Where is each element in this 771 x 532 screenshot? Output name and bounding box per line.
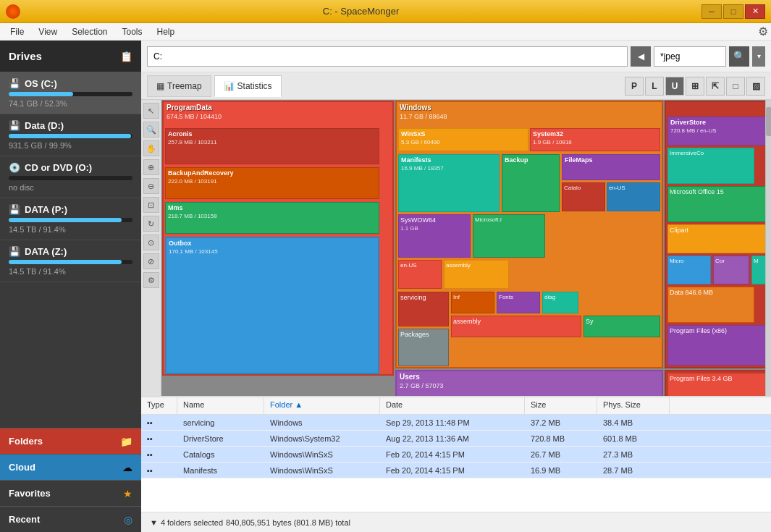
drive-bar-bg-z [9, 260, 132, 264]
scrollbar-vertical[interactable] [765, 100, 771, 396]
tool-u-button[interactable]: U [665, 77, 684, 96]
backup2-block[interactable]: Backup [502, 154, 560, 212]
drive-label-o: 💿 CD or DVD (O:) [9, 162, 132, 173]
minimize-button[interactable]: ─ [702, 4, 722, 19]
col-phys-size[interactable]: Phys. Size [597, 397, 670, 414]
tool-move-button[interactable]: ⇱ [706, 77, 725, 96]
menu-view[interactable]: View [31, 25, 64, 38]
path-input[interactable] [147, 46, 628, 67]
sidebar-section-favorites[interactable]: Favorites ★ [0, 480, 141, 506]
windows-block[interactable]: Windows 11.7 GB / 88648 WinSxS 5.3 GB / … [395, 101, 663, 368]
drives-header: Drives 📋 [0, 41, 141, 72]
search-button[interactable]: 🔍 [729, 46, 749, 67]
progfiles-block[interactable]: Program Files 3.4 GB [667, 373, 771, 396]
file-row[interactable]: ▪▪ Catalogs Windows\WinSxS Feb 20, 2014 … [141, 447, 771, 463]
enus-top-block[interactable]: en-US [607, 182, 660, 211]
search-input[interactable] [654, 46, 726, 67]
system32-block[interactable]: System32 1.9 GB / 10818 [530, 128, 660, 151]
drive-item-p[interactable]: 💾 DATA (P:) 14.5 TB / 91.4% [0, 198, 141, 240]
tool-select[interactable]: ↖ [143, 103, 159, 119]
tool-grid-button[interactable]: ⊞ [686, 77, 704, 96]
menu-help[interactable]: Help [150, 25, 182, 38]
tool-zoom-plus[interactable]: ⊕ [143, 159, 159, 175]
drive-item-c[interactable]: 💾 OS (C:) 74.1 GB / 52.3% [0, 72, 141, 114]
fonts-block[interactable]: Fonts [497, 292, 540, 313]
cor-block[interactable]: Cor [713, 256, 749, 284]
maximize-button[interactable]: □ [723, 4, 743, 19]
catalo-block[interactable]: Catalo [562, 182, 605, 211]
filemaps-block[interactable]: FileMaps [562, 154, 660, 180]
drive-stats-o: no disc [9, 183, 132, 192]
winsxs-block[interactable]: WinSxS 5.3 GB / 60490 [398, 128, 528, 151]
status-selected: 4 folders selected [161, 518, 223, 527]
menu-tools[interactable]: Tools [115, 25, 150, 38]
progfilesx86-block[interactable]: Program Files (x86) [667, 325, 771, 366]
col-size[interactable]: Size [525, 397, 597, 414]
acronis-block[interactable]: Acronis 257.8 MB / 103211 [165, 128, 379, 164]
mms-block[interactable]: Mms 218.7 MB / 103158 [165, 202, 379, 234]
sidebar-section-cloud[interactable]: Cloud ☁ [0, 454, 141, 480]
sidebar-section-recent[interactable]: Recent ◎ [0, 506, 141, 532]
tool-square-button[interactable]: □ [726, 77, 745, 96]
micro-block[interactable]: Micro [667, 256, 711, 284]
col-name[interactable]: Name [177, 397, 264, 414]
cell-phys-size: 27.3 MB [597, 449, 670, 460]
file-row[interactable]: ▪▪ DriverStore Windows\System32 Aug 22, … [141, 431, 771, 447]
assembly-bottom-block[interactable]: assembly [451, 316, 581, 337]
backup-block[interactable]: BackupAndRecovery 222.0 MB / 103191 [165, 167, 379, 199]
inf-block[interactable]: Inf [451, 292, 494, 313]
file-row[interactable]: ▪▪ Manifests Windows\WinSxS Feb 20, 2014… [141, 463, 771, 478]
menu-selection[interactable]: Selection [64, 25, 114, 38]
tool-pan[interactable]: ✋ [143, 140, 159, 156]
right-column: 11.7 GB / 88648 DriverStore 720.8 MB / e… [665, 101, 771, 368]
outbox-block[interactable]: Outbox 170.1 MB / 103145 [165, 237, 379, 374]
clipart-block[interactable]: Clipart [667, 224, 771, 253]
tool-p-button[interactable]: P [625, 77, 644, 96]
tool-settings[interactable]: ⚙ [143, 272, 159, 288]
tab-statistics[interactable]: 📊 Statistics [214, 75, 282, 97]
col-date[interactable]: Date [380, 397, 525, 414]
msoffice-block[interactable]: Microsoft Office 15 [667, 186, 771, 222]
scrollbar-thumb[interactable] [766, 107, 771, 136]
tool-select2[interactable]: ⊡ [143, 197, 159, 213]
drive-disk-icon-p: 💾 [9, 204, 20, 215]
drive-item-z[interactable]: 💾 DATA (Z:) 14.5 TB / 91.4% [0, 240, 141, 282]
search-dropdown-button[interactable]: ▾ [752, 46, 765, 67]
servicing-block[interactable]: servicing [398, 292, 449, 326]
close-button[interactable]: ✕ [745, 4, 765, 19]
drive-item-d[interactable]: 💾 Data (D:) 931.5 GB / 99.9% [0, 114, 141, 156]
tool-zoom-minus[interactable]: ⊖ [143, 178, 159, 194]
tool-info[interactable]: ⊘ [143, 253, 159, 269]
tab-treemap[interactable]: ▦ Treemap [147, 75, 211, 97]
col-folder[interactable]: Folder ▲ [264, 397, 380, 414]
data-block[interactable]: Data 846.6 MB [667, 287, 754, 323]
treemap-canvas: ProgramData 674.5 MB / 104410 Acronis 25… [161, 100, 771, 396]
syswow64-block[interactable]: SysWOW64 1.1 GB [398, 214, 471, 258]
packages-block[interactable]: Packages [398, 329, 449, 366]
programdata-block[interactable]: ProgramData 674.5 MB / 104410 Acronis 25… [162, 101, 394, 376]
sidebar-section-folders[interactable]: Folders 📁 [0, 428, 141, 454]
drive-item-o[interactable]: 💿 CD or DVD (O:) no disc [0, 156, 141, 198]
sy-block[interactable]: Sy [583, 316, 660, 337]
diag-block[interactable]: diag [542, 292, 578, 313]
immersive-block[interactable]: ImmersiveCo [667, 148, 754, 184]
tool-hatch-button[interactable]: ▨ [746, 77, 765, 96]
col-type[interactable]: Type [141, 397, 177, 414]
enus-bottom-block[interactable]: en-US [398, 260, 442, 289]
file-list-area: Type Name Folder ▲ Date Size Phys. Size … [141, 396, 771, 512]
manifests-block[interactable]: Manifests 16.9 MB / 18357 [398, 154, 500, 212]
gear-icon[interactable]: ⚙ [758, 25, 768, 38]
tool-l-button[interactable]: L [645, 77, 664, 96]
file-row[interactable]: ▪▪ servicing Windows Sep 29, 2013 11:48 … [141, 415, 771, 431]
tool-zoom-in[interactable]: 🔍 [143, 122, 159, 138]
users-block[interactable]: Users 2.7 GB / 57073 jamie 2.3 GB / 5225… [395, 370, 663, 396]
driverstore-block[interactable]: DriverStore 720.8 MB / en-US [667, 117, 771, 145]
nav-back-button[interactable]: ◀ [631, 46, 651, 67]
tool-center[interactable]: ⊙ [143, 235, 159, 250]
menu-file[interactable]: File [3, 25, 31, 38]
tool-rotate[interactable]: ↻ [143, 216, 159, 232]
drive-stats-d: 931.5 GB / 99.9% [9, 141, 132, 150]
drive-stats-c: 74.1 GB / 52.3% [9, 99, 132, 108]
microsofti-block[interactable]: Microsoft.I [473, 214, 545, 258]
assembly-mid-block[interactable]: assembly [444, 260, 509, 289]
